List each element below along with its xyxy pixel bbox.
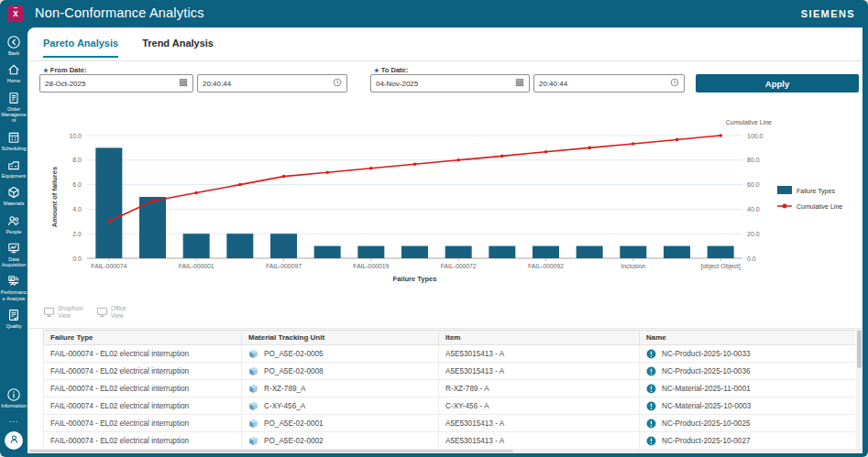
chart-legend: Failure TypesCumulative Line [777, 186, 842, 210]
shopfloor-view-label: ShopfloorView [58, 305, 83, 320]
nonconformance-alert-icon [646, 366, 656, 376]
svg-text:6.0: 6.0 [72, 181, 82, 188]
svg-text:FAIL-000092: FAIL-000092 [528, 263, 564, 269]
from-date-input[interactable]: 28-Oct-2025 [39, 74, 193, 92]
sidebar-item-data-acquisition[interactable]: Data Acquisition [0, 241, 27, 268]
shopfloor-view-button[interactable]: ShopfloorView [43, 305, 83, 321]
sidebar-item-label: Scheduling [1, 146, 26, 151]
failure-type-cell: FAIL-000074 - EL02 electrical interrupti… [44, 397, 242, 415]
item-cell: A5E53015413 - A [439, 345, 640, 363]
name-cell: NC-Product-2025-10-0027 [640, 432, 856, 450]
mtu-cell: PO_A5E-02-0005 [242, 345, 439, 363]
sidebar-more-button[interactable]: ... [9, 415, 19, 424]
sidebar-item-label: Information [1, 403, 27, 408]
user-avatar[interactable] [5, 431, 23, 450]
table-vertical-scrollbar[interactable] [856, 330, 863, 450]
material-cube-icon [248, 419, 258, 429]
table-row[interactable]: FAIL-000074 - EL02 electrical interrupti… [44, 415, 856, 432]
table-row[interactable]: FAIL-000074 - EL02 electrical interrupti… [44, 363, 856, 380]
material-cube-icon [248, 436, 258, 446]
sidebar-item-label: Quality [5, 323, 21, 329]
sidebar-item-materials[interactable]: Materials [0, 185, 27, 206]
svg-text:Inclusion: Inclusion [621, 263, 645, 269]
table-row[interactable]: FAIL-000074 - EL02 electrical interrupti… [44, 432, 856, 450]
sidebar-item-home[interactable]: Home [0, 62, 27, 83]
table-row[interactable]: FAIL-000074 - EL02 electrical interrupti… [44, 380, 856, 397]
nonconformance-alert-icon [646, 349, 656, 359]
apply-button[interactable]: Apply [696, 74, 859, 92]
shopfloor-monitor-icon [43, 305, 55, 321]
to-date-input[interactable]: 04-Nov-2025 [370, 74, 530, 92]
sidebar-item-label: Performance Analysis [0, 289, 27, 301]
column-header-failure-type[interactable]: Failure Type [44, 331, 242, 345]
sidebar-item-back[interactable]: Back [0, 35, 27, 56]
material-cube-icon [248, 384, 258, 394]
app-logo-icon[interactable]: x [7, 5, 24, 22]
main-content: Pareto Analysis Trend Analysis ★From Dat… [27, 27, 863, 453]
svg-text:10.0: 10.0 [69, 133, 82, 139]
sidebar-item-label: Data Acquisition [0, 256, 27, 268]
sidebar-item-quality[interactable]: Quality [0, 308, 27, 329]
mtu-cell: R-XZ-789_A [242, 380, 439, 397]
item-cell: C-XY-456 - A [439, 397, 640, 415]
sidebar-item-label: Order Management [0, 106, 27, 124]
sidebar-item-label: Materials [4, 201, 24, 206]
tab-trend-analysis[interactable]: Trend Analysis [142, 38, 214, 58]
nonconformance-alert-icon [646, 384, 656, 394]
page-title: Non-Conformance Analytics [35, 5, 204, 20]
materials-icon [6, 185, 21, 200]
svg-text:Failure Types: Failure Types [797, 188, 835, 195]
svg-text:4.0: 4.0 [72, 206, 82, 212]
from-date-label: ★From Date: [43, 66, 86, 74]
equipment-icon [6, 158, 21, 172]
failure-type-cell: FAIL-000074 - EL02 electrical interrupti… [44, 415, 242, 432]
svg-text:FAIL-000019: FAIL-000019 [353, 263, 389, 269]
column-header-material-tracking-unit[interactable]: Material Tracking Unit [242, 331, 439, 345]
sidebar-item-performance-analysis[interactable]: Performance Analysis [0, 274, 27, 301]
clock-icon[interactable] [670, 78, 679, 89]
sidebar-item-equipment[interactable]: Equipment [0, 158, 27, 179]
mtu-cell: PO_A5E-02-0002 [242, 432, 439, 450]
calendar-icon[interactable] [179, 78, 188, 89]
sidebar-item-order-management[interactable]: Order Management [0, 91, 27, 124]
calendar-icon[interactable] [515, 78, 524, 89]
from-time-input[interactable]: 20:40:44 [197, 74, 347, 92]
performance-analysis-icon [6, 274, 21, 288]
svg-text:FAIL-000072: FAIL-000072 [441, 263, 477, 269]
column-header-item[interactable]: Item [439, 331, 640, 345]
to-time-input[interactable]: 20:40:44 [533, 74, 685, 92]
table-row[interactable]: FAIL-000074 - EL02 electrical interrupti… [44, 345, 856, 363]
sidebar-item-information[interactable]: Information [0, 387, 27, 408]
name-cell: NC-Material-2025-10-0003 [640, 397, 856, 415]
material-cube-icon [248, 401, 258, 411]
column-header-name[interactable]: Name [640, 331, 856, 345]
order-management-icon [6, 91, 21, 105]
svg-text:FAIL-000001: FAIL-000001 [179, 263, 214, 269]
horizontal-scrollbar[interactable] [27, 449, 863, 453]
sidebar-item-scheduling[interactable]: Scheduling [0, 130, 27, 151]
pareto-chart: 0.02.04.06.08.010.00.020.040.060.080.010… [46, 104, 857, 288]
tab-pareto-analysis[interactable]: Pareto Analysis [43, 38, 118, 58]
scrollbar-thumb[interactable] [29, 450, 513, 452]
sidebar-item-label: People [5, 229, 21, 234]
data-acquisition-icon [6, 241, 21, 256]
view-toggle-group: ShopfloorView OfficeView [43, 305, 126, 321]
mtu-cell: PO_A5E-02-0001 [242, 415, 439, 432]
office-view-button[interactable]: OfficeView [96, 305, 126, 321]
sidebar-item-people[interactable]: People [0, 213, 27, 234]
name-cell: NC-Product-2025-10-0025 [640, 415, 856, 432]
app-header: x Non-Conformance Analytics SIEMENS [0, 0, 868, 27]
table-row[interactable]: FAIL-000074 - EL02 electrical interrupti… [44, 397, 856, 415]
nonconformance-table: Failure TypeMaterial Tracking UnitItemNa… [43, 330, 855, 450]
clock-icon[interactable] [333, 78, 342, 89]
svg-text:40.0: 40.0 [747, 206, 760, 212]
tabs-divider [27, 60, 863, 61]
scrollbar-thumb[interactable] [857, 330, 862, 368]
item-cell: A5E53015413 - A [439, 415, 640, 432]
home-icon [6, 62, 21, 77]
sidebar-item-label: Equipment [2, 173, 26, 179]
failure-type-cell: FAIL-000074 - EL02 electrical interrupti… [44, 345, 242, 363]
name-cell: NC-Product-2025-10-0036 [640, 363, 856, 380]
back-icon [6, 35, 21, 49]
required-marker-icon: ★ [43, 67, 49, 73]
